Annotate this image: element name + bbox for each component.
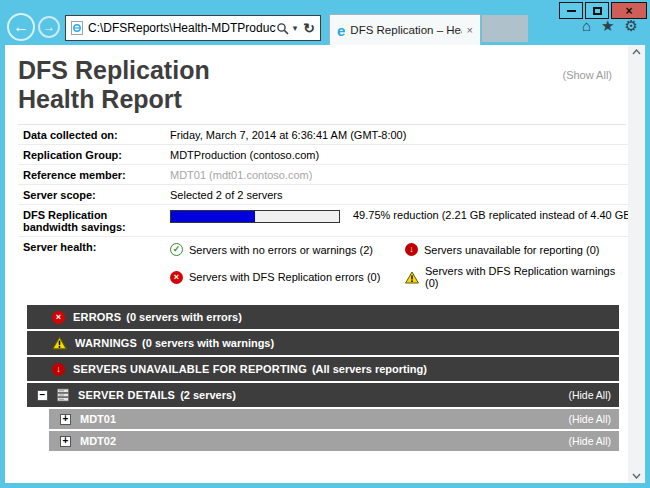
vertical-scrollbar[interactable] xyxy=(628,45,645,483)
collapse-toggle-icon[interactable]: − xyxy=(37,390,48,401)
bandwidth-progress-fill xyxy=(171,211,255,222)
field-row-reference-member: Reference member: MDT01 (mdt01.contoso.c… xyxy=(18,165,628,185)
close-icon: × xyxy=(625,4,632,18)
section-title: SERVER DETAILS xyxy=(78,389,175,401)
page-content: DFS Replication Health Report (Show All)… xyxy=(5,45,645,483)
home-icon[interactable]: ⌂ xyxy=(582,18,591,33)
section-detail: (All servers reporting) xyxy=(312,363,427,375)
field-value: Friday, March 7, 2014 at 6:36:41 AM (GMT… xyxy=(170,129,406,141)
field-row-bandwidth-savings: DFS Replication bandwidth savings: 49.75… xyxy=(18,205,628,237)
server-row-mdt01[interactable]: + MDT01 (Hide All) xyxy=(49,409,619,429)
report-sections: × ERRORS (0 servers with errors) WARNING… xyxy=(27,305,619,451)
bandwidth-progress-bar xyxy=(170,210,340,223)
health-item-text: Servers with no errors or warnings (2) xyxy=(189,244,373,256)
hide-all-link[interactable]: (Hide All) xyxy=(568,389,611,401)
field-label: Server health: xyxy=(23,241,170,253)
forward-arrow-icon: → xyxy=(43,20,55,34)
address-bar[interactable]: C:\DFSReports\Health-MDTProduction-07Ma … xyxy=(65,15,321,41)
scroll-up-icon[interactable] xyxy=(632,49,641,55)
field-value: Selected 2 of 2 servers xyxy=(170,189,283,201)
section-errors[interactable]: × ERRORS (0 servers with errors) xyxy=(27,305,619,329)
warning-triangle-icon xyxy=(405,271,419,284)
settings-gear-icon[interactable]: ⚙ xyxy=(625,18,638,33)
scroll-down-icon[interactable] xyxy=(632,473,641,479)
server-name: MDT01 xyxy=(80,413,116,425)
section-server-details[interactable]: − SERVER DETAILS (2 servers) (Hide All) xyxy=(27,383,619,407)
browser-tab[interactable]: e DFS Replication – Health Re... × xyxy=(329,14,481,45)
warning-triangle-icon xyxy=(52,336,67,350)
health-item-text: Servers unavailable for reporting (0) xyxy=(424,244,599,256)
error-circle-icon: × xyxy=(170,271,183,284)
ie-logo-icon: e xyxy=(337,23,345,38)
window-controls: × xyxy=(557,2,647,19)
section-warnings[interactable]: WARNINGS (0 servers with warnings) xyxy=(27,331,619,355)
field-label: Reference member: xyxy=(23,169,170,181)
field-label: Data collected on: xyxy=(23,129,170,141)
new-tab-button[interactable] xyxy=(482,15,528,42)
tab-title: DFS Replication – Health Re... xyxy=(350,24,461,36)
section-title: WARNINGS xyxy=(75,337,137,349)
section-title: ERRORS xyxy=(73,311,121,323)
unavailable-circle-icon: ↓ xyxy=(52,363,65,376)
address-dropdown-icon[interactable]: ▾ xyxy=(293,23,298,33)
field-row-data-collected: Data collected on: Friday, March 7, 2014… xyxy=(18,125,628,145)
back-button[interactable]: ← xyxy=(7,13,35,41)
hide-all-link[interactable]: (Hide All) xyxy=(568,435,611,447)
refresh-icon[interactable]: ↻ xyxy=(303,20,315,36)
check-circle-icon: ✓ xyxy=(170,243,183,256)
health-item-ok: ✓ Servers with no errors or warnings (2) xyxy=(170,243,405,256)
forward-button[interactable]: → xyxy=(38,16,60,38)
health-item-text: Servers with DFS Replication errors (0) xyxy=(189,271,380,283)
maximize-button[interactable] xyxy=(585,2,609,19)
field-label: Replication Group: xyxy=(23,149,170,161)
report-page: DFS Replication Health Report (Show All)… xyxy=(5,45,628,483)
show-all-link[interactable]: (Show All) xyxy=(562,69,612,81)
section-unavailable[interactable]: ↓ SERVERS UNAVAILABLE FOR REPORTING (All… xyxy=(27,357,619,381)
close-window-button[interactable]: × xyxy=(611,2,647,19)
health-summary-grid: ✓ Servers with no errors or warnings (2)… xyxy=(170,241,628,295)
section-detail: (0 servers with errors) xyxy=(126,311,242,323)
field-label: DFS Replication bandwidth savings: xyxy=(23,209,170,233)
section-title: SERVERS UNAVAILABLE FOR REPORTING xyxy=(73,363,307,375)
minimize-icon xyxy=(567,10,576,12)
maximize-icon xyxy=(593,7,602,15)
browser-window: × ← → C:\DFSReports\Health-MDTProduction… xyxy=(0,0,650,488)
field-value: MDTProduction (contoso.com) xyxy=(170,149,319,161)
favorites-star-icon[interactable]: ★ xyxy=(601,18,614,33)
browser-toolbar-icons: ⌂ ★ ⚙ xyxy=(582,18,638,33)
page-favicon-icon xyxy=(71,21,83,35)
minimize-button[interactable] xyxy=(559,2,583,19)
bandwidth-text: 49.75% reduction (2.21 GB replicated ins… xyxy=(353,209,628,221)
server-icon xyxy=(56,388,70,402)
expand-toggle-icon[interactable]: + xyxy=(60,414,71,425)
field-row-replication-group: Replication Group: MDTProduction (contos… xyxy=(18,145,628,165)
health-item-errors: × Servers with DFS Replication errors (0… xyxy=(170,265,405,289)
error-circle-icon: × xyxy=(52,311,65,324)
tab-close-icon[interactable]: × xyxy=(467,24,473,36)
field-value: MDT01 (mdt01.contoso.com) xyxy=(170,169,312,181)
back-arrow-icon: ← xyxy=(13,18,29,36)
section-detail: (2 servers) xyxy=(180,389,236,401)
page-title: DFS Replication Health Report xyxy=(18,56,628,114)
field-row-server-scope: Server scope: Selected 2 of 2 servers xyxy=(18,185,628,205)
field-row-server-health: Server health: ✓ Servers with no errors … xyxy=(18,237,628,298)
url-text[interactable]: C:\DFSReports\Health-MDTProduction-07Ma xyxy=(88,21,276,35)
health-item-unavailable: ↓ Servers unavailable for reporting (0) xyxy=(405,243,628,256)
field-label: Server scope: xyxy=(23,189,170,201)
unavailable-circle-icon: ↓ xyxy=(405,243,418,256)
hide-all-link[interactable]: (Hide All) xyxy=(568,413,611,425)
health-item-warnings: Servers with DFS Replication warnings (0… xyxy=(405,265,628,289)
health-item-text: Servers with DFS Replication warnings (0… xyxy=(425,265,628,289)
server-name: MDT02 xyxy=(80,435,116,447)
section-detail: (0 servers with warnings) xyxy=(142,337,274,349)
server-row-mdt02[interactable]: + MDT02 (Hide All) xyxy=(49,431,619,451)
search-icon[interactable] xyxy=(276,22,289,35)
expand-toggle-icon[interactable]: + xyxy=(60,436,71,447)
